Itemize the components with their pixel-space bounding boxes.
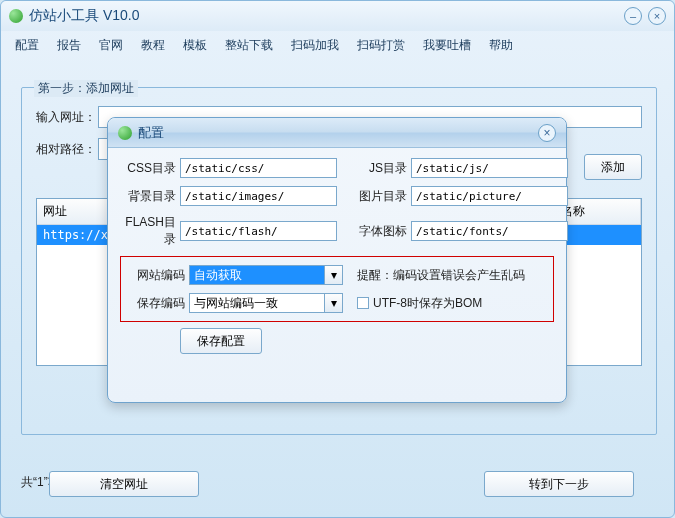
titlebar: 仿站小工具 V10.0 – × <box>1 1 674 31</box>
menu-report[interactable]: 报告 <box>57 37 81 54</box>
menu-config[interactable]: 配置 <box>15 37 39 54</box>
menu-qr-donate[interactable]: 扫码打赏 <box>357 37 405 54</box>
menu-qr-me[interactable]: 扫码加我 <box>291 37 339 54</box>
site-encoding-select[interactable]: 自动获取 <box>189 265 325 285</box>
menu-help[interactable]: 帮助 <box>489 37 513 54</box>
save-encoding-label: 保存编码 <box>129 295 185 312</box>
dialog-icon <box>118 126 132 140</box>
menubar: 配置 报告 官网 教程 模板 整站下载 扫码加我 扫码打赏 我要吐槽 帮助 <box>1 31 674 60</box>
flash-dir-label: FLASH目录 <box>120 214 176 248</box>
rel-label: 相对路径： <box>36 141 98 158</box>
pic-dir-label: 图片目录 <box>351 188 407 205</box>
save-config-button[interactable]: 保存配置 <box>180 328 262 354</box>
menu-fullsite[interactable]: 整站下载 <box>225 37 273 54</box>
dialog-close-button[interactable]: × <box>538 124 556 142</box>
save-encoding-select[interactable]: 与网站编码一致 <box>189 293 325 313</box>
encoding-hint: 提醒：编码设置错误会产生乱码 <box>357 265 545 285</box>
bg-dir-label: 背景目录 <box>120 188 176 205</box>
close-button[interactable]: × <box>648 7 666 25</box>
config-dialog: 配置 × CSS目录 JS目录 背景目录 图片目录 FLASH目录 字体图标 网… <box>107 117 567 403</box>
fonts-dir-label: 字体图标 <box>351 223 407 240</box>
add-button[interactable]: 添加 <box>584 154 642 180</box>
bom-label: UTF-8时保存为BOM <box>373 295 482 312</box>
dialog-title: 配置 <box>138 124 538 142</box>
js-dir-input[interactable] <box>411 158 568 178</box>
menu-feedback[interactable]: 我要吐槽 <box>423 37 471 54</box>
minimize-button[interactable]: – <box>624 7 642 25</box>
site-encoding-label: 网站编码 <box>129 267 185 284</box>
js-dir-label: JS目录 <box>351 160 407 177</box>
pic-dir-input[interactable] <box>411 186 568 206</box>
chevron-down-icon[interactable]: ▾ <box>325 293 343 313</box>
bom-checkbox[interactable] <box>357 297 369 309</box>
url-label: 输入网址： <box>36 109 98 126</box>
next-button[interactable]: 转到下一步 <box>484 471 634 497</box>
menu-site[interactable]: 官网 <box>99 37 123 54</box>
bg-dir-input[interactable] <box>180 186 337 206</box>
css-dir-input[interactable] <box>180 158 337 178</box>
chevron-down-icon[interactable]: ▾ <box>325 265 343 285</box>
fonts-dir-input[interactable] <box>411 221 568 241</box>
clear-button[interactable]: 清空网址 <box>49 471 199 497</box>
menu-tutorial[interactable]: 教程 <box>141 37 165 54</box>
app-title: 仿站小工具 V10.0 <box>29 7 624 25</box>
css-dir-label: CSS目录 <box>120 160 176 177</box>
encoding-box: 网站编码 自动获取 ▾ 提醒：编码设置错误会产生乱码 保存编码 与网站编码一致 … <box>120 256 554 322</box>
flash-dir-input[interactable] <box>180 221 337 241</box>
app-icon <box>9 9 23 23</box>
menu-template[interactable]: 模板 <box>183 37 207 54</box>
